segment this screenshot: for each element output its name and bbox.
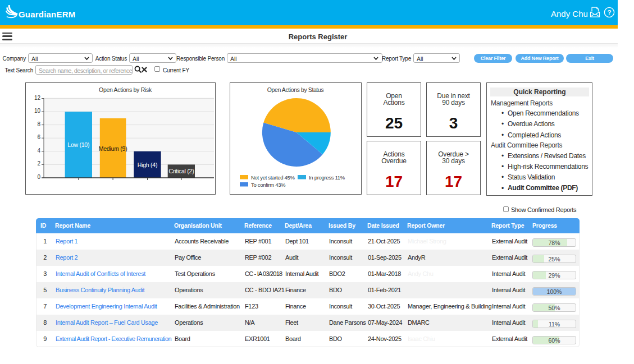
svg-text:12: 12 <box>34 95 41 101</box>
svg-text:8: 8 <box>37 121 40 127</box>
svg-text:High (4): High (4) <box>138 162 157 168</box>
svg-text:Critical (2): Critical (2) <box>169 168 194 174</box>
svg-text:2: 2 <box>37 160 40 167</box>
svg-text:Medium (9): Medium (9) <box>99 145 127 152</box>
svg-text:Low (10): Low (10) <box>67 141 89 148</box>
svg-text:10: 10 <box>34 108 41 114</box>
svg-text:0: 0 <box>37 174 40 180</box>
svg-text:6: 6 <box>37 134 40 140</box>
svg-text:Open Actions by Status: Open Actions by Status <box>267 86 323 93</box>
svg-text:Open Actions by Risk: Open Actions by Risk <box>99 86 152 93</box>
svg-text:To confirm 43%: To confirm 43% <box>251 182 286 188</box>
svg-text:4: 4 <box>37 148 40 154</box>
svg-text:In progress 11%: In progress 11% <box>309 174 345 181</box>
svg-text:Not yet started 45%: Not yet started 45% <box>251 174 295 181</box>
svg-text:?: ? <box>607 9 611 16</box>
